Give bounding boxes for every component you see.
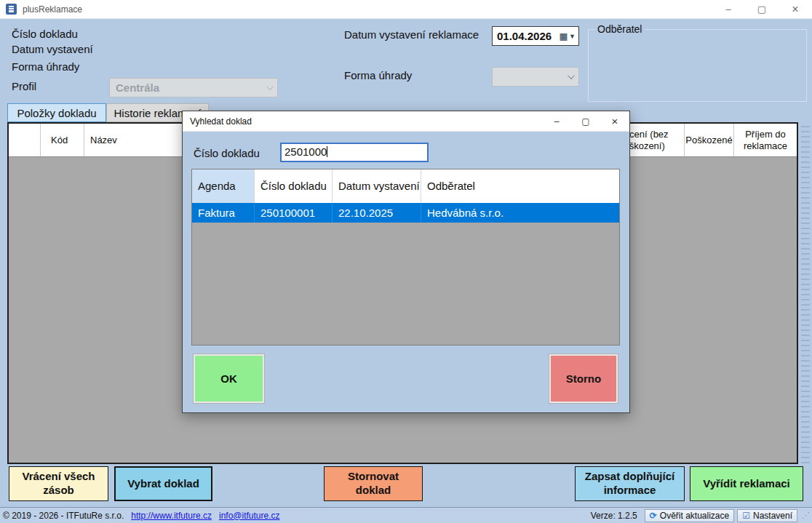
version-text: Verze: 1.2.5 [591, 511, 637, 521]
close-button[interactable]: × [779, 0, 812, 18]
grid-col-selector[interactable] [9, 124, 41, 156]
label-cislo-dokladu: Číslo dokladu [12, 28, 78, 40]
storno-button[interactable]: Storno [549, 354, 618, 403]
dialog-close-button[interactable]: × [600, 111, 629, 131]
vyhledat-doklad-dialog: Vyhledat doklad – ▢ × Číslo dokladu 2501… [182, 111, 630, 413]
chevron-down-icon [266, 83, 274, 90]
dialog-title: Vyhledat doklad [190, 116, 252, 127]
cell-datum-vystaveni: 22.10.2025 [333, 203, 421, 223]
odberatel-groupbox: Odběratel [588, 29, 807, 102]
odberatel-groupbox-label: Odběratel [594, 23, 645, 35]
chevron-down-icon [568, 72, 575, 79]
dialog-cislo-dokladu-label: Číslo dokladu [194, 147, 260, 159]
copyright-text: © 2019 - 2026 - ITFutuRe s.r.o. [3, 511, 124, 521]
window-title: plusReklamace [23, 4, 82, 15]
maximize-button[interactable]: ▢ [745, 0, 779, 18]
tab-polozky-dokladu[interactable]: Položky dokladu [7, 103, 106, 122]
col-datum-vystaveni[interactable]: Datum vystavení [333, 169, 421, 203]
profil-select-value: Centrála [116, 81, 159, 94]
cell-cislo-dokladu: 250100001 [255, 203, 333, 223]
website-link[interactable]: http://www.itfuture.cz [131, 511, 212, 521]
resize-grip[interactable]: ⋰ [802, 511, 809, 520]
minimize-button[interactable]: – [712, 0, 745, 18]
dialog-minimize-button[interactable]: – [542, 111, 571, 131]
grid-col-kod[interactable]: Kód [41, 124, 84, 156]
datum-reklamace-value: 01.04.2026 [497, 30, 552, 42]
email-link[interactable]: info@itfuture.cz [219, 511, 280, 521]
dialog-results-table: Agenda Číslo dokladu Datum vystavení Odb… [191, 169, 620, 346]
cell-odberatel: Hedvábná s.r.o. [421, 203, 619, 223]
check-updates-label: Ověřit aktualizace [660, 511, 729, 521]
vraceni-vsech-zasob-button[interactable]: Vrácení všech zásob [9, 466, 108, 501]
refresh-icon: ⟳ [650, 511, 657, 520]
label-datum-vystaveni: Datum vystavení [12, 43, 93, 55]
stornovat-doklad-button[interactable]: Stornovat doklad [324, 466, 423, 501]
settings-label: Nastavení [753, 511, 792, 521]
grid-col-poskozene[interactable]: Poškozené [685, 124, 734, 156]
table-row-selected[interactable]: Faktura 250100001 22.10.2025 Hedvábná s.… [192, 203, 619, 223]
calendar-icon: ▦ [560, 32, 568, 41]
settings-icon: ☑ [742, 511, 750, 520]
dialog-maximize-button[interactable]: ▢ [571, 111, 600, 131]
col-cislo-dokladu[interactable]: Číslo dokladu [255, 169, 333, 203]
dialog-window-controls: – ▢ × [542, 111, 629, 131]
label-datum-reklamace: Datum vystavení reklamace [344, 28, 479, 41]
window-edge-strip [801, 122, 810, 464]
tab-label: Položky dokladu [17, 107, 96, 119]
cislo-dokladu-input[interactable]: 2501000 [280, 143, 429, 162]
app-icon [6, 4, 17, 15]
grid-col-prijem[interactable]: Příjem do reklamace [734, 124, 797, 156]
check-updates-button[interactable]: ⟳ Ověřit aktualizace [645, 509, 734, 522]
forma-uhrady-select[interactable] [492, 67, 579, 87]
datum-reklamace-field[interactable]: 01.04.2026 ▦ ▼ [492, 26, 579, 46]
dialog-table-header: Agenda Číslo dokladu Datum vystavení Odb… [192, 169, 619, 203]
vyridit-reklamaci-button[interactable]: Vyřídit reklamaci [690, 466, 803, 501]
col-odberatel[interactable]: Odběratel [421, 169, 619, 203]
col-agenda[interactable]: Agenda [192, 169, 255, 203]
date-dropdown-icon[interactable]: ▼ [569, 33, 576, 40]
profil-select[interactable]: Centrála [109, 78, 278, 97]
statusbar: © 2019 - 2026 - ITFutuRe s.r.o. http://w… [0, 507, 812, 523]
ok-button[interactable]: OK [194, 354, 264, 403]
settings-button[interactable]: ☑ Nastavení [737, 509, 797, 522]
cell-agenda: Faktura [192, 203, 255, 223]
label-forma-uhrady: Forma úhrady [12, 60, 79, 73]
label-profil: Profil [12, 80, 36, 92]
titlebar: plusReklamace – ▢ × [0, 0, 812, 19]
vybrat-doklad-button[interactable]: Vybrat doklad [114, 466, 212, 501]
label-forma-uhrady-right: Forma úhrady [344, 69, 412, 81]
dialog-titlebar: Vyhledat doklad – ▢ × [183, 111, 629, 132]
zapsat-doplnujici-informace-button[interactable]: Zapsat doplňující informace [575, 466, 685, 501]
window-controls: – ▢ × [712, 0, 812, 18]
